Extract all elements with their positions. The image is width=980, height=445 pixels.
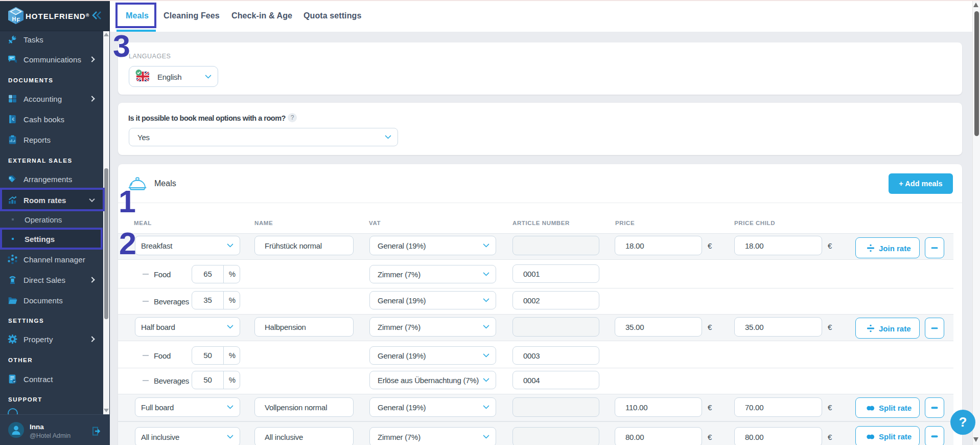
svg-text:H: H xyxy=(12,16,16,22)
svg-text:€: € xyxy=(12,117,14,122)
svg-text:F: F xyxy=(17,17,20,23)
